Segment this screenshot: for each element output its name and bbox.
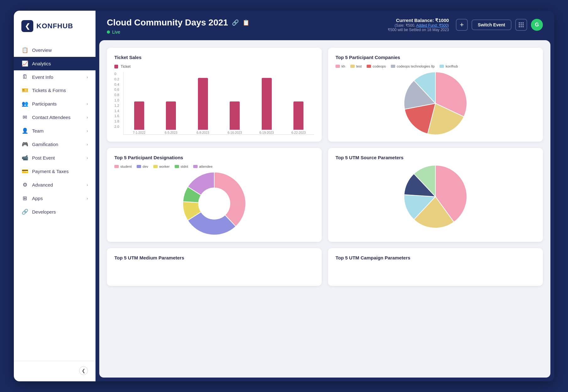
bar-group: 6-8-2023 [188,78,217,134]
legend-label: stdnt [181,165,188,168]
utm-source-pie-chart [404,165,467,228]
bar [293,101,303,130]
nav-label-contact-attendees: Contact Attendees [32,115,71,120]
chevron-icon-advanced: › [87,182,88,187]
bar-label: 6-19-2023 [259,131,274,134]
companies-legend-item: test [350,64,362,68]
bar-label: 7-1-2022 [133,131,145,134]
sidebar: ❮ KONFHUB 📋 Overview 📈 Analytics 🗓 Event… [14,11,96,381]
copy-icon[interactable]: 📋 [243,19,249,26]
event-title-row: Cloud Community Days 2021 🔗 📋 [107,18,249,28]
sidebar-item-tickets-forms[interactable]: 🎫 Tickets & Forms [14,84,96,97]
grid-menu-button[interactable] [515,19,527,31]
nav-list: 📋 Overview 📈 Analytics 🗓 Event Info › 🎫 … [14,43,96,219]
top5-designations-title: Top 5 Participant Designations [114,155,314,160]
sidebar-item-post-event[interactable]: 📹 Post Event › [14,151,96,165]
ticket-sales-title: Ticket Sales [114,55,314,60]
designations-legend-item: student [114,165,132,168]
topbar: Cloud Community Days 2021 🔗 📋 Live Curre… [96,11,554,40]
topbar-right: Current Balance: ₹1000 (Sale: ₹500, Adde… [388,18,543,32]
add-button[interactable]: + [456,19,468,31]
sidebar-item-gamification[interactable]: 🎮 Gamification › [14,138,96,151]
sidebar-item-overview[interactable]: 📋 Overview [14,43,96,57]
legend-label: student [120,165,132,168]
bar-group: 6-22-2023 [284,78,313,134]
svg-point-8 [522,26,524,27]
svg-point-0 [519,22,520,24]
topbar-left: Cloud Community Days 2021 🔗 📋 Live [107,18,249,35]
nav-label-gamification: Gamification [32,142,58,147]
legend-color [391,65,395,68]
balance-added-link[interactable]: Added Fund: ₹500 [416,23,448,28]
legend-label: attendee [199,165,213,168]
ticket-legend-label: Ticket [121,64,131,69]
balance-info: Current Balance: ₹1000 (Sale: ₹500, Adde… [388,18,449,32]
utm-source-pie-wrapper [336,165,535,228]
bar [262,78,272,130]
companies-legend-item: kh [336,64,345,68]
collapse-sidebar-button[interactable]: ❮ [79,366,88,375]
bar [166,101,176,130]
nav-label-participants: Participants [32,101,57,106]
bar [198,78,208,130]
nav-label-team: Team [32,128,44,133]
legend-color [440,65,444,68]
legend-label: dev [143,165,148,168]
bar-group: 6-19-2023 [252,78,281,134]
content-area: Ticket Sales Ticket 2.01.81.61.41.2 1.00… [99,40,550,378]
sidebar-item-analytics[interactable]: 📈 Analytics [14,57,96,70]
companies-legend-item: konfhub [440,64,458,68]
legend-color [350,65,355,68]
legend-label: codeops [373,64,386,68]
logo-text: KONFHUB [36,22,73,30]
sidebar-item-apps[interactable]: ⊞ Apps › [14,192,96,205]
sidebar-item-payment-taxes[interactable]: 💳 Payment & Taxes [14,165,96,178]
legend-color [114,165,119,168]
bar-group: 6-5-2023 [157,78,186,134]
companies-pie-wrapper [336,72,535,135]
y-axis-labels: 2.01.81.61.41.2 1.00.80.60.40.20 [114,72,123,135]
sidebar-item-event-info[interactable]: 🗓 Event Info › [14,70,96,84]
top5-companies-title: Top 5 Participant Companies [336,55,535,60]
chevron-icon-event-info: › [87,75,88,79]
top5-utm-source-title: Top 5 UTM Source Parameters [336,155,535,160]
svg-point-3 [519,24,520,25]
svg-point-6 [519,26,520,27]
designations-legend-item: dev [137,165,148,168]
balance-sale: Sale: ₹500 [396,23,414,28]
nav-icon-payment-taxes: 💳 [21,168,28,175]
legend-label: kh [341,64,345,68]
companies-pie-chart [404,72,467,135]
nav-icon-gamification: 🎮 [21,141,28,148]
nav-icon-post-event: 📹 [21,155,28,161]
legend-label: codeops technologies llp [397,64,434,68]
bar [134,101,144,130]
nav-label-event-info: Event Info [32,74,53,80]
avatar-button[interactable]: G [531,19,543,31]
nav-label-overview: Overview [32,47,52,53]
svg-point-2 [522,22,524,24]
balance-main-text: Current Balance: ₹1000 [388,18,449,23]
legend-label: test [356,64,362,68]
top5-utm-campaign-card: Top 5 UTM Campaign Parameters [328,248,543,286]
sidebar-item-advanced[interactable]: ⚙ Advanced › [14,178,96,192]
companies-legend-item: codeops technologies llp [391,64,434,68]
svg-point-5 [522,24,524,25]
main-area: Cloud Community Days 2021 🔗 📋 Live Curre… [96,11,554,381]
top5-utm-medium-title: Top 5 UTM Medium Parameters [114,255,314,260]
sidebar-item-developers[interactable]: 🔗 Developers [14,205,96,219]
designations-donut-chart [183,172,246,235]
sidebar-item-team[interactable]: 👤 Team › [14,124,96,138]
nav-icon-overview: 📋 [21,47,28,53]
sidebar-item-participants[interactable]: 👥 Participants › [14,97,96,111]
link-icon[interactable]: 🔗 [232,19,239,26]
top5-companies-card: Top 5 Participant Companies khtestcodeop… [328,48,543,142]
switch-event-button[interactable]: Switch Event [472,19,511,30]
nav-icon-developers: 🔗 [21,209,28,215]
sidebar-item-contact-attendees[interactable]: ✉ Contact Attendees › [14,111,96,124]
sidebar-footer: ❮ [14,361,96,375]
designations-legend: studentdevworkerstdntattendee [114,165,314,168]
designations-legend-item: stdnt [175,165,188,168]
legend-color [193,165,198,168]
companies-legend-item: codeops [367,64,386,68]
